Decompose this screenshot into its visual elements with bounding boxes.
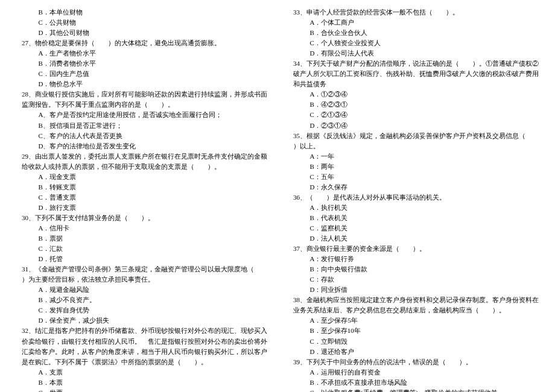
right-line: D．②③①④ (287, 121, 540, 131)
left-line: C．发票 (15, 388, 268, 392)
left-line: D．其他公司财物 (15, 28, 268, 38)
left-line: D、客户的法律地位是否发生变化 (15, 141, 268, 151)
right-line: 39、下列关于中间业务的特点的说法中，错误的是（ ）。 (287, 357, 540, 367)
left-line: C．普通支票 (15, 192, 268, 203)
left-line: D．保全资产，减少损失 (15, 315, 268, 326)
right-line: A：一年 (287, 151, 540, 162)
left-line: A．生产者物价水平 (15, 48, 268, 58)
left-line: B．本票 (15, 378, 268, 388)
left-line: A．现金支票 (15, 172, 268, 182)
right-line: C：存款 (287, 274, 540, 285)
right-line: A．个体工商户 (287, 17, 540, 28)
right-line: 33、申请个人经营贷款的经营实体一般不包括（ ）。 (287, 7, 540, 17)
right-line: B．代表机关 (287, 213, 540, 223)
right-column: 33、申请个人经营贷款的经营实体一般不包括（ ）。A．个体工商户B．合伙企业合伙… (287, 7, 540, 392)
two-column-layout: B．本单位财物C．公共财物D．其他公司财物27、物价稳定是要保持（ ）的大体稳定… (15, 7, 540, 392)
left-line: B．消费者物价水平 (15, 58, 268, 69)
left-line: C．汇款 (15, 244, 268, 254)
left-line: C、客户的法人代表是否更换 (15, 131, 268, 141)
right-line: B．合伙企业合伙人 (287, 28, 540, 38)
left-line: 28、商业银行授信实施后，应对所有可能影响还款的因素进行持续监测，并形成书面监测… (15, 89, 268, 110)
right-line: 38、金融机构应当按照规定建立客户身份资料和交易记录保存制度。客户身份资料在业务… (287, 295, 540, 315)
right-line: B．④②③① (287, 100, 540, 110)
right-line: D：同业拆借 (287, 285, 540, 295)
right-line: C．监察机关 (287, 223, 540, 233)
left-line: C．国内生产总值 (15, 69, 268, 79)
right-line: C．以收取服务费(手续费、管理费等)、赚取价差的方式获得收益 (287, 388, 540, 392)
right-line: 35、根据《反洗钱法》规定，金融机构必须妥善保护客户开户资料及交易信息（ ）以上… (287, 131, 540, 151)
right-line: D：永久保存 (287, 182, 540, 192)
left-column: B．本单位财物C．公共财物D．其他公司财物27、物价稳定是要保持（ ）的大体稳定… (15, 7, 268, 392)
left-line: 29、由出票人签发的，委托出票人支票账户所在银行在见票时无条件支付确定的金额给收… (15, 151, 268, 172)
left-line: A．支票 (15, 367, 268, 378)
left-line: C．发挥自身优势 (15, 305, 268, 315)
left-line: D．物价总水平 (15, 79, 268, 89)
left-line: A、客户是否按约定用途使用授信，是否诚实地全面履行合同； (15, 110, 268, 120)
left-line: 30、下列不属于支付结算业务的是（ ）。 (15, 213, 268, 223)
right-line: C：五年 (287, 172, 540, 182)
left-line: B、授信项目是否正常进行； (15, 121, 268, 131)
right-line: A：发行银行券 (287, 254, 540, 264)
right-line: 36、（ ）是代表法人对外从事民事活动的机关。 (287, 192, 540, 203)
right-line: C．立即销毁 (287, 337, 540, 347)
right-line: C．②①③④ (287, 110, 540, 120)
right-line: B：两年 (287, 162, 540, 172)
left-line: A．信用卡 (15, 223, 268, 233)
left-line: D．托管 (15, 254, 268, 264)
right-line: 37、商业银行最主要的资金来源是（ ）。 (287, 244, 540, 254)
right-line: A．执行机关 (287, 203, 540, 213)
left-line: 32、结汇是指客户把持有的外币储蓄款、外币现钞按银行对外公布的现汇、现钞买入价卖… (15, 326, 268, 367)
left-line: B．票据 (15, 233, 268, 244)
right-line: A．至少保存5年 (287, 315, 540, 326)
left-line: D．旅行支票 (15, 203, 268, 213)
left-line: 31、《金融资产管理公司条例》第三条规定，金融资产管理公司以最大限度地（ ）为主… (15, 264, 268, 285)
right-line: D．法人机关 (287, 233, 540, 244)
right-line: A．运用银行的自有资金 (287, 367, 540, 378)
right-line: B．至少保存10年 (287, 326, 540, 336)
right-line: B．不承担或不直接承担市场风险 (287, 378, 540, 388)
left-line: C．公共财物 (15, 17, 268, 28)
right-line: C．个人独资企业投资人 (287, 38, 540, 48)
left-line: A．规避金融风险 (15, 285, 268, 295)
left-line: B．减少不良资产。 (15, 295, 268, 305)
left-line: 27、物价稳定是要保持（ ）的大体稳定，避免出现高通货膨胀。 (15, 38, 268, 48)
left-line: B．本单位财物 (15, 7, 268, 17)
right-line: 34、下列关于破产财产分配的清偿顺序，说法正确的是（ ）。①普通破产债权②破产人… (287, 58, 540, 89)
right-line: A．①②③④ (287, 89, 540, 100)
left-line: B．转账支票 (15, 182, 268, 192)
right-line: D．退还给客户 (287, 347, 540, 357)
right-line: D．有限公司法人代表 (287, 48, 540, 58)
right-line: B：向中央银行借款 (287, 264, 540, 274)
